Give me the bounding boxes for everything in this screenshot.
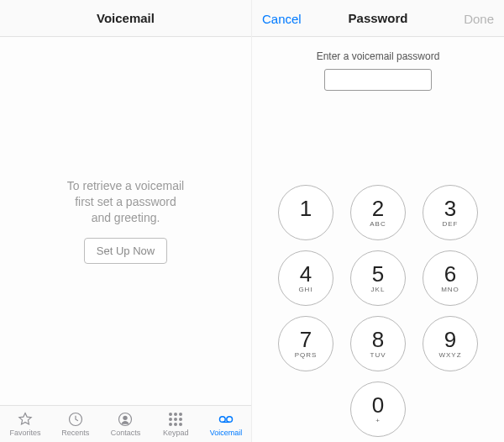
tab-recents[interactable]: Recents <box>50 406 101 442</box>
done-button[interactable]: Done <box>464 0 494 37</box>
app-container: Voicemail To retrieve a voicemail first … <box>0 0 504 442</box>
key-digit: 2 <box>372 197 384 219</box>
key-letters: TUV <box>370 352 386 360</box>
key-2[interactable]: 2ABC <box>350 185 406 240</box>
svg-point-4 <box>227 417 233 423</box>
voicemail-pane: Voicemail To retrieve a voicemail first … <box>0 0 252 442</box>
voicemail-title: Voicemail <box>97 11 155 25</box>
tab-keypad[interactable]: Keypad <box>150 406 201 442</box>
key-0[interactable]: 0+ <box>350 381 406 437</box>
password-field[interactable] <box>324 69 432 91</box>
voicemail-body: To retrieve a voicemail first set a pass… <box>0 37 251 405</box>
key-digit: 8 <box>372 329 384 350</box>
key-1[interactable]: 1 <box>278 185 333 240</box>
key-digit: 3 <box>444 197 456 219</box>
cancel-button[interactable]: Cancel <box>262 0 302 37</box>
tab-favorites[interactable]: Favorites <box>0 406 50 442</box>
voicemail-icon <box>218 411 234 428</box>
key-letters: MNO <box>441 287 459 294</box>
key-digit: 0 <box>372 394 384 416</box>
key-3[interactable]: 3DEF <box>423 185 478 240</box>
key-letters: PQRS <box>295 352 318 360</box>
tab-contacts[interactable]: Contacts <box>101 406 151 442</box>
key-letters: GHI <box>298 287 312 294</box>
password-title: Password <box>349 11 408 25</box>
key-digit: 4 <box>300 263 312 285</box>
key-digit: 1 <box>300 197 312 219</box>
tab-voicemail[interactable]: Voicemail <box>201 406 251 442</box>
star-icon <box>17 411 34 428</box>
key-7[interactable]: 7PQRS <box>278 316 333 371</box>
key-digit: 6 <box>444 263 456 285</box>
tab-favorites-label: Favorites <box>9 429 40 437</box>
key-8[interactable]: 8TUV <box>350 316 406 371</box>
keypad-icon <box>169 411 182 428</box>
svg-point-2 <box>123 416 128 420</box>
password-pane: Cancel Password Done Enter a voicemail p… <box>252 0 504 442</box>
key-6[interactable]: 6MNO <box>423 250 478 306</box>
key-letters: + <box>375 418 381 425</box>
password-body: Enter a voicemail password 1 2ABC 3DEF 4… <box>252 37 504 442</box>
key-4[interactable]: 4GHI <box>278 250 333 306</box>
key-letters: DEF <box>443 221 459 229</box>
voicemail-prompt-text: To retrieve a voicemail first set a pass… <box>67 178 184 226</box>
password-navbar: Cancel Password Done <box>252 0 504 37</box>
key-9[interactable]: 9WXYZ <box>423 316 478 371</box>
tab-contacts-label: Contacts <box>111 429 141 437</box>
key-digit: 5 <box>372 263 384 285</box>
tab-voicemail-label: Voicemail <box>210 429 243 437</box>
key-letters: JKL <box>371 287 386 294</box>
setup-now-button[interactable]: Set Up Now <box>84 238 167 264</box>
clock-icon <box>67 411 84 428</box>
key-digit: 9 <box>444 329 456 350</box>
keypad-area: 1 2ABC 3DEF 4GHI 5JKL 6MNO 7PQRS 8TUV 9W… <box>252 91 504 442</box>
numeric-keypad: 1 2ABC 3DEF 4GHI 5JKL 6MNO 7PQRS 8TUV 9W… <box>278 185 478 437</box>
key-letters: ABC <box>370 221 386 229</box>
key-5[interactable]: 5JKL <box>350 250 406 306</box>
svg-point-3 <box>220 417 226 423</box>
voicemail-navbar: Voicemail <box>0 0 251 37</box>
enter-password-label: Enter a voicemail password <box>317 50 440 62</box>
contacts-icon <box>117 411 134 428</box>
tab-keypad-label: Keypad <box>163 429 189 437</box>
tab-recents-label: Recents <box>61 429 89 437</box>
tab-bar: Favorites Recents Contacts Keypad <box>0 405 251 442</box>
key-digit: 7 <box>300 329 312 350</box>
key-letters: WXYZ <box>438 352 461 360</box>
